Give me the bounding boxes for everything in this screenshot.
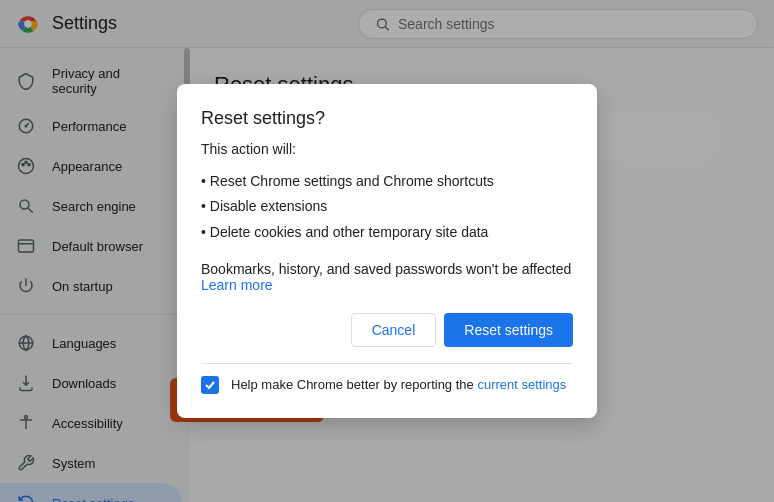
- reset-settings-dialog: Reset settings? This action will: • Rese…: [177, 84, 597, 418]
- dialog-overlay: Reset settings? This action will: • Rese…: [0, 0, 774, 502]
- dialog-list: • Reset Chrome settings and Chrome short…: [201, 169, 573, 245]
- dialog-note: Bookmarks, history, and saved passwords …: [201, 261, 573, 293]
- cancel-button[interactable]: Cancel: [351, 313, 437, 347]
- dialog-subtitle: This action will:: [201, 141, 573, 157]
- dialog-title: Reset settings?: [201, 108, 573, 129]
- checkmark-icon: [204, 379, 216, 391]
- reset-settings-button[interactable]: Reset settings: [444, 313, 573, 347]
- dialog-buttons: Cancel Reset settings: [201, 313, 573, 347]
- learn-more-link[interactable]: Learn more: [201, 277, 273, 293]
- dialog-footer: Help make Chrome better by reporting the…: [201, 363, 573, 394]
- dialog-list-item-1: • Reset Chrome settings and Chrome short…: [201, 169, 573, 194]
- report-checkbox[interactable]: [201, 376, 219, 394]
- dialog-footer-text: Help make Chrome better by reporting the…: [231, 377, 566, 392]
- dialog-list-item-3: • Delete cookies and other temporary sit…: [201, 220, 573, 245]
- current-settings-link[interactable]: current settings: [477, 377, 566, 392]
- dialog-list-item-2: • Disable extensions: [201, 194, 573, 219]
